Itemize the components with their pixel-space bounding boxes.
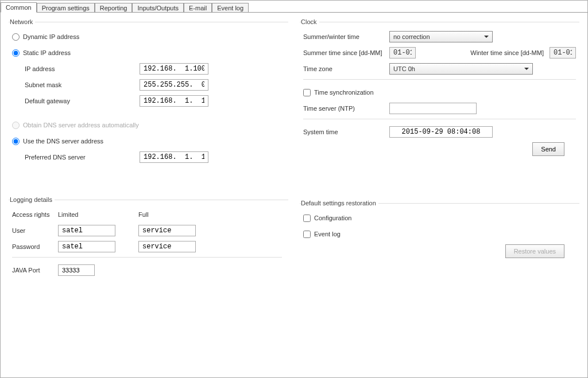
restore-config-checkbox[interactable]	[303, 215, 311, 222]
summer-winter-select[interactable]: no correction	[389, 31, 493, 42]
restore-eventlog-label: Event log	[314, 231, 341, 237]
password-limited-input[interactable]	[58, 241, 115, 252]
tab-program-settings[interactable]: Program settings	[37, 3, 95, 13]
restore-values-button: Restore values	[505, 244, 564, 258]
chevron-down-icon	[524, 68, 529, 70]
send-button[interactable]: Send	[532, 142, 564, 156]
restore-config-label: Configuration	[314, 215, 351, 221]
tab-panel-common: Network Dynamic IP address Static IP add…	[1, 12, 587, 377]
subnet-mask-input[interactable]	[140, 79, 208, 91]
full-header: Full	[138, 211, 149, 218]
tab-email[interactable]: E-mail	[184, 3, 212, 13]
user-full-input[interactable]	[138, 225, 196, 236]
left-column: Network Dynamic IP address Static IP add…	[9, 18, 288, 372]
tab-common[interactable]: Common	[1, 2, 37, 13]
tab-strip: Common Program settings Reporting Inputs…	[1, 1, 587, 12]
system-time-value	[389, 126, 493, 138]
tab-reporting[interactable]: Reporting	[95, 3, 133, 13]
right-column: Clock Summer/winter time no correction S…	[300, 18, 579, 372]
static-ip-radio[interactable]	[12, 49, 20, 57]
time-sync-label: Time synchronization	[314, 89, 374, 96]
app-window: Common Program settings Reporting Inputs…	[0, 0, 588, 378]
system-time-label: System time	[303, 128, 389, 135]
ip-address-input[interactable]	[140, 63, 208, 75]
restore-group: Default settings restoration Configurati…	[300, 200, 579, 263]
dynamic-ip-label: Dynamic IP address	[23, 33, 79, 40]
subnet-mask-label: Subnet mask	[25, 81, 140, 88]
timezone-label: Time zone	[303, 65, 389, 72]
summer-since-input	[389, 47, 416, 59]
limited-header: Limited	[58, 211, 78, 218]
ntp-label: Time server (NTP)	[303, 105, 389, 112]
user-label: User	[12, 227, 58, 234]
dns-auto-radio	[12, 122, 20, 129]
default-gateway-label: Default gateway	[25, 98, 140, 104]
dns-manual-label: Use the DNS server address	[23, 138, 103, 145]
restore-eventlog-checkbox[interactable]	[303, 231, 311, 238]
restore-legend: Default settings restoration	[301, 200, 378, 206]
java-port-label: JAVA Port	[12, 267, 58, 274]
user-limited-input[interactable]	[58, 225, 115, 236]
summer-since-label: Summer time since [dd-MM]	[303, 49, 389, 56]
preferred-dns-input[interactable]	[140, 151, 208, 163]
ip-address-label: IP address	[25, 65, 140, 72]
logging-legend: Logging details	[10, 196, 55, 203]
java-port-input[interactable]	[58, 264, 95, 276]
default-gateway-input[interactable]	[140, 95, 208, 107]
dns-auto-label: Obtain DNS server address automatically	[23, 122, 139, 128]
access-rights-label: Access rights	[12, 211, 58, 218]
password-full-input[interactable]	[138, 241, 196, 252]
winter-since-input	[550, 47, 576, 59]
network-legend: Network	[10, 18, 35, 25]
summer-winter-value: no correction	[393, 33, 430, 40]
network-group: Network Dynamic IP address Static IP add…	[9, 18, 288, 169]
time-sync-checkbox[interactable]	[303, 89, 311, 96]
password-label: Password	[12, 243, 58, 250]
winter-since-label: Winter time since [dd-MM]	[470, 49, 544, 56]
clock-group: Clock Summer/winter time no correction S…	[300, 18, 579, 161]
summer-winter-label: Summer/winter time	[303, 33, 389, 40]
dns-manual-radio[interactable]	[12, 138, 20, 145]
ntp-input[interactable]	[389, 103, 477, 114]
tab-event-log[interactable]: Event log	[212, 3, 249, 13]
tab-inputs-outputs[interactable]: Inputs/Outputs	[132, 3, 184, 13]
dynamic-ip-radio[interactable]	[12, 33, 20, 41]
logging-group: Logging details Access rights Limited Fu…	[9, 196, 288, 282]
clock-legend: Clock	[301, 18, 319, 25]
preferred-dns-label: Preferred DNS server	[25, 154, 140, 161]
timezone-value: UTC 0h	[393, 65, 415, 72]
chevron-down-icon	[484, 36, 489, 38]
timezone-select[interactable]: UTC 0h	[389, 63, 533, 75]
static-ip-label: Static IP address	[23, 49, 71, 56]
